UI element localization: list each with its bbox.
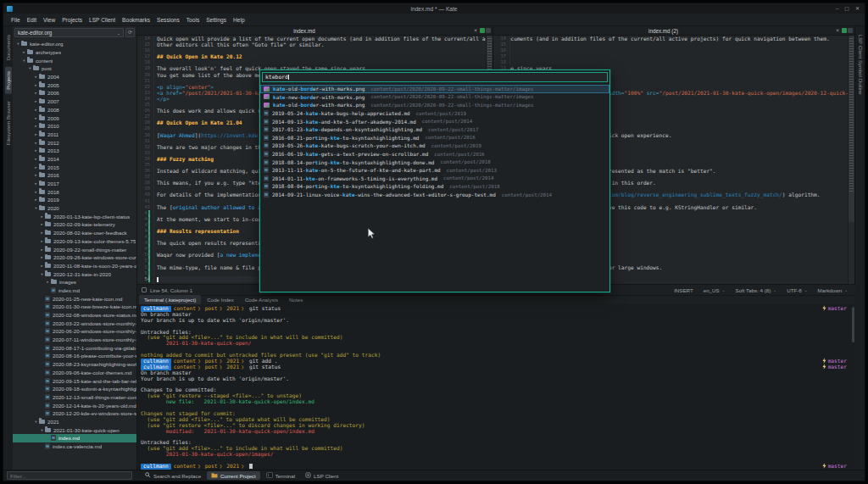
panel-tab-code-analysis[interactable]: Code Analysis	[240, 295, 283, 304]
tree-item-2017[interactable]: 2017	[13, 180, 136, 188]
tree-item-2020-03-22-windows-store-monthly-st[interactable]: 2020-03-22-windows-store-monthly-st...	[13, 319, 136, 327]
selection-mode-icon[interactable]	[142, 287, 147, 292]
status-utf-8[interactable]: UTF-8	[787, 287, 807, 293]
toolview-button-lsp-client[interactable]: LSP Client	[301, 471, 342, 480]
document-tab[interactable]: index.md	[137, 28, 471, 34]
tree-item-2019[interactable]: 2019	[13, 196, 136, 204]
view-menu-icon[interactable]	[486, 28, 491, 33]
tree-item-post[interactable]: post	[13, 64, 136, 73]
tree-item-2020-09-13-kate-color-themes-5-75[interactable]: 2020-09-13-kate-color-themes-5.75	[13, 237, 136, 246]
tree-item-2008[interactable]: 2008	[13, 106, 136, 114]
tree-item-2020-11-08-kate-is-soon-20-years-old[interactable]: 2020-11-08-kate-is-soon-20-years-old	[13, 262, 136, 270]
tree-item-2015[interactable]: 2015	[13, 163, 136, 171]
tree-item-images[interactable]: images	[13, 278, 136, 287]
panel-tab-code-index[interactable]: Code Index	[202, 295, 239, 304]
cursor-position[interactable]: Line 54, Column 1	[150, 287, 192, 293]
status-insert[interactable]: INSERT	[674, 287, 693, 293]
status-soft-tabs-4-8[interactable]: Soft Tabs: 4 (8)	[736, 287, 777, 293]
sidebar-tab-documents[interactable]: Documents	[5, 31, 12, 64]
quick-open-search-input[interactable]: ktebord	[262, 72, 608, 82]
tree-item-2021-01-30-kate-quick-open[interactable]: 2021-01-30-kate-quick-open	[13, 426, 136, 434]
tree-item-2020-12-31-kate-in-2020[interactable]: 2020-12-31-kate-in-2020	[13, 270, 136, 278]
sidebar-tab-filesystem-browser[interactable]: Filesystem Browser	[5, 97, 12, 149]
tree-item-2020-09-18-submit-a-ksyntaxhighlighti[interactable]: 2020-09-18-submit-a-ksyntaxhighlighti...	[13, 385, 136, 393]
menu-item-bookmarks[interactable]: Bookmarks	[119, 15, 153, 25]
menu-item-projects[interactable]: Projects	[58, 15, 86, 25]
quick-open-result[interactable]: 2014-09-13-kate-and-kte-5-after-akademy-…	[260, 117, 609, 125]
quick-open-result[interactable]: 2014-09-21-linux-voice-kate-wins-the-adv…	[260, 191, 609, 199]
tree-item-2020-09-26-kate-windows-store-curren[interactable]: 2020-09-26-kate-windows-store-curren...	[13, 253, 136, 262]
tree-item-2013[interactable]: 2013	[13, 147, 136, 155]
panel-tab-notes[interactable]: Notes	[284, 295, 308, 304]
maximize-icon[interactable]	[844, 4, 849, 13]
toolview-button-search-and-replace[interactable]: Search and Replace	[141, 471, 205, 480]
quick-open-result[interactable]: kate-new-border-with-marks.pngcontent/po…	[260, 93, 609, 102]
tree-item-2020-12-14-kate-is-20-years-old-md[interactable]: 2020-12-14-kate-is-20-years-old.md	[13, 401, 136, 409]
menu-item-settings[interactable]: Settings	[203, 15, 230, 25]
quick-open-result[interactable]: kate-old-border-with-marks.pngcontent/po…	[260, 85, 609, 93]
menu-item-edit[interactable]: Edit	[24, 15, 40, 25]
tree-item-2021[interactable]: 2021	[13, 418, 136, 426]
tree-item-2020-07-11-windows-store-monthly-st[interactable]: 2020-07-11-windows-store-monthly-st...	[13, 336, 136, 344]
menu-item-file[interactable]: File	[8, 15, 24, 25]
sidebar-tab-lsp-client-symbol-outline[interactable]: LSP Client Symbol Outline	[857, 31, 864, 99]
tree-item-2009[interactable]: 2009	[13, 114, 136, 122]
toolview-button-terminal[interactable]: Terminal	[262, 471, 299, 480]
tree-item-2020-12-20-kde-ev-windows-store-stati[interactable]: 2020-12-20-kde-ev-windows-store-stati...	[13, 409, 136, 418]
split-view-icon[interactable]	[842, 28, 847, 33]
terminal-panel[interactable]: cullmanncontentpost2021git statusmasterO…	[137, 304, 855, 470]
tree-item-2020-01-13-kate-lsp-client-status[interactable]: 2020-01-13-kate-lsp-client-status	[13, 212, 136, 220]
tree-item-2007[interactable]: 2007	[13, 97, 136, 106]
tree-item-2020-09-15-kate-and-the-tab-bar-relea[interactable]: 2020-09-15-kate-and-the-tab-bar-relea...	[13, 376, 136, 385]
quick-open-result[interactable]: 2016-08-21-porting-kte-to-ksyntaxhighlig…	[260, 134, 609, 142]
tree-item-2020-08-16-please-contribute-your-syn[interactable]: 2020-08-16-please-contribute-your-syn...	[13, 352, 136, 360]
tree-item-2020-12-13-small-things-matter-contin[interactable]: 2020-12-13-small-things-matter-contin...	[13, 393, 136, 402]
menu-item-lsp-client[interactable]: LSP Client	[86, 15, 119, 25]
minimap-scrollbar[interactable]	[848, 36, 854, 284]
project-selector[interactable]: kate-editor.org	[14, 28, 124, 37]
status-en-us[interactable]: en_US	[704, 287, 726, 293]
document-tab[interactable]: index.md (2)	[493, 28, 833, 34]
panel-tab-terminal-kateproject[interactable]: Terminal (.kateproject)	[139, 295, 201, 304]
filter-input[interactable]	[7, 471, 132, 480]
close-icon[interactable]	[855, 4, 860, 13]
quick-open-result[interactable]: 2017-01-23-kate-depends-on-ksyntaxhighli…	[260, 125, 609, 134]
tree-item-2020-06-20-windows-store-monthly-s[interactable]: 2020-06-20-windows-store-monthly-s...	[13, 327, 136, 336]
tree-item-2020-08-02-kate-user-feedback[interactable]: 2020-08-02-kate-user-feedback	[13, 229, 136, 237]
split-view-icon[interactable]	[480, 28, 485, 33]
tree-item-2020-02-08-windows-store-status-md[interactable]: 2020-02-08-windows-store-status.md	[13, 311, 136, 320]
tree-item-2020-02-09-kate-telemetry[interactable]: 2020-02-09-kate-telemetry	[13, 220, 136, 229]
tree-item-2020-09-22-small-things-matter[interactable]: 2020-09-22-small-things-matter	[13, 245, 136, 253]
tree-item-2012[interactable]: 2012	[13, 138, 136, 147]
project-reload-button[interactable]	[125, 28, 135, 37]
tree-item-archetypes[interactable]: archetypes	[13, 48, 136, 57]
tree-item-2020-09-06-kate-color-themes-md[interactable]: 2020-09-06-kate-color-themes.md	[13, 369, 136, 377]
tree-item-2020-01-30-new-breeze-kate-icon-md[interactable]: 2020-01-30-new-breeze-kate-icon.md	[13, 303, 136, 311]
tree-item-index-md[interactable]: index.md	[13, 434, 136, 442]
tree-item-content[interactable]: content	[13, 56, 136, 64]
quick-open-result[interactable]: 2018-08-14-porting-kte-to-ksyntaxhighlig…	[260, 158, 609, 166]
minimize-icon[interactable]	[836, 4, 838, 13]
quick-open-result[interactable]: 2014-01-11-kte-on-frameworks-5-timing-is…	[260, 175, 609, 183]
status-markdown[interactable]: Markdown	[818, 287, 848, 293]
sidebar-tab-projects[interactable]: Projects	[5, 67, 12, 94]
quick-open-result[interactable]: 2018-08-04-porting-kte-to-ksyntaxhighlig…	[260, 182, 609, 191]
toolview-button-current-project[interactable]: Current Project	[207, 471, 260, 480]
view-menu-icon[interactable]	[848, 28, 853, 33]
tree-item-2018[interactable]: 2018	[13, 187, 136, 196]
tree-item-2020-08-17-1-contributing-via-gitlab-mer[interactable]: 2020-08-17-1-contributing-via-gitlab-mer…	[13, 343, 136, 352]
tree-item-2005[interactable]: 2005	[13, 81, 136, 89]
tree-item-index-md[interactable]: index.md	[13, 287, 136, 295]
menu-item-tools[interactable]: Tools	[183, 15, 203, 25]
menu-item-help[interactable]: Help	[230, 15, 248, 25]
quick-open-result[interactable]: 2016-06-19-kate-gets-a-text-preview-on-s…	[260, 150, 609, 159]
terminal-scrollbar[interactable]	[852, 307, 854, 342]
tree-item-2020-08-23-ksyntaxhighlighting-work[interactable]: 2020-08-23-ksyntaxhighlighting-work...	[13, 360, 136, 369]
tree-item-2016[interactable]: 2016	[13, 171, 136, 180]
tree-item-2020-01-25-new-kate-icon-md[interactable]: 2020-01-25-new-kate-icon.md	[13, 294, 136, 303]
tree-item-2011[interactable]: 2011	[13, 131, 136, 139]
tree-item-2006[interactable]: 2006	[13, 89, 136, 97]
quick-open-result[interactable]: kate-old-border-with-marks.pngcontent/po…	[260, 101, 609, 109]
menu-item-view[interactable]: View	[40, 15, 58, 25]
tree-item-index-ca-valencia-md[interactable]: index.ca-valencia.md	[13, 442, 136, 451]
